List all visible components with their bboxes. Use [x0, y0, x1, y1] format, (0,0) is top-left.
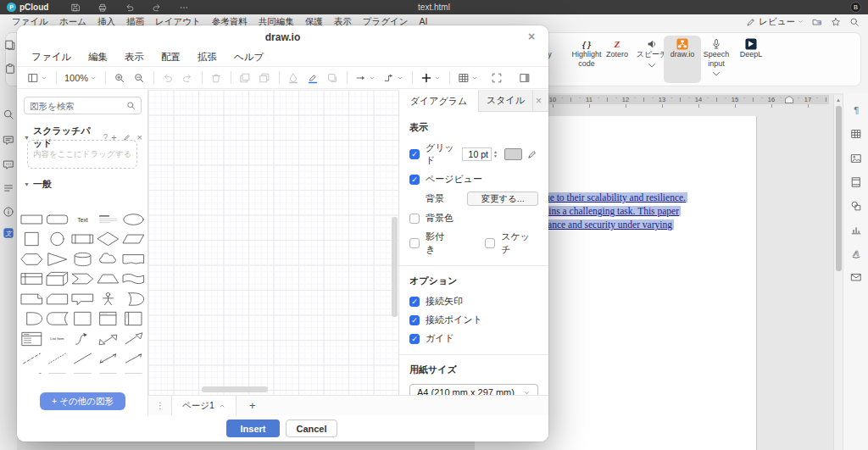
scratchpad-dropzone[interactable]: 内容をここにドラッグする — [27, 140, 137, 169]
shape-parallelogram[interactable] — [120, 230, 146, 250]
scrollbar-thumb[interactable] — [836, 106, 842, 271]
shape-callout[interactable] — [70, 289, 96, 309]
favorites-icon[interactable] — [831, 17, 841, 27]
plugin-drawio[interactable]: draw.io — [664, 36, 701, 83]
undo-button[interactable] — [162, 72, 174, 84]
grid-size-stepper[interactable]: ▲▼ — [493, 150, 498, 158]
chat-icon[interactable] — [3, 158, 14, 170]
insert-shape-button[interactable] — [420, 72, 441, 84]
delete-button[interactable] — [210, 72, 222, 84]
cancel-button[interactable]: Cancel — [286, 419, 337, 437]
shape-curve[interactable] — [70, 329, 96, 349]
zoom-in-button[interactable] — [114, 72, 125, 84]
shape-cube[interactable] — [45, 269, 70, 290]
shape-actor[interactable] — [95, 289, 120, 309]
format-panel-toggle[interactable] — [519, 72, 531, 84]
shape-diamond[interactable] — [95, 230, 120, 250]
shape-bidirectional-arrow[interactable] — [95, 329, 120, 349]
to-front-button[interactable] — [239, 72, 251, 84]
waypoints-button[interactable] — [383, 72, 403, 84]
shape-and[interactable] — [19, 309, 45, 330]
shape-step[interactable] — [70, 269, 96, 290]
grid-color-edit-icon[interactable] — [526, 148, 538, 160]
connection-button[interactable] — [355, 72, 376, 84]
document-scrollbar[interactable]: ▲ — [833, 95, 843, 450]
shadow-button[interactable] — [326, 72, 338, 84]
drawio-canvas[interactable] — [148, 90, 398, 395]
drawio-menu-item-0[interactable]: ファイル — [31, 51, 71, 64]
insert-button[interactable]: Insert — [226, 419, 280, 437]
search-icon[interactable] — [3, 108, 14, 120]
shape-textbox[interactable] — [95, 209, 120, 230]
shape-internal-storage[interactable] — [19, 269, 45, 290]
save-icon[interactable] — [70, 3, 81, 13]
shape-line[interactable] — [70, 349, 96, 369]
plugin-deepl[interactable]: DeepL — [732, 36, 770, 83]
shape-horizontal-container[interactable] — [120, 309, 146, 330]
table-icon[interactable] — [850, 128, 862, 140]
shape-arrow[interactable] — [120, 329, 146, 349]
change-background-button[interactable]: 変更する... — [467, 192, 538, 206]
shape-trapezoid[interactable] — [95, 269, 120, 290]
view-button[interactable] — [27, 72, 47, 84]
shape-container[interactable] — [70, 309, 96, 330]
add-page-button[interactable]: + — [245, 399, 260, 412]
comments-icon[interactable] — [3, 134, 14, 146]
shape-partial-shape-3[interactable] — [95, 369, 120, 374]
scroll-up-arrow[interactable]: ▲ — [835, 97, 842, 103]
drawio-menu-item-5[interactable]: ヘルプ — [234, 51, 264, 64]
general-section-header[interactable]: ▼ 一般 — [24, 178, 142, 191]
zoom-out-button[interactable] — [133, 72, 145, 84]
image-icon[interactable] — [850, 153, 862, 164]
option-checkbox-1[interactable]: ✓ — [409, 315, 420, 325]
shape-dotted-line[interactable] — [45, 349, 70, 369]
plugin-zotero[interactable]: ZZotero — [598, 36, 636, 83]
close-icon[interactable]: × — [526, 30, 537, 43]
fullscreen-button[interactable] — [491, 72, 503, 84]
search-icon[interactable] — [849, 17, 860, 27]
shape-cloud[interactable] — [95, 249, 120, 269]
chart-icon[interactable] — [850, 224, 862, 236]
shape-partial-shape-1[interactable] — [45, 369, 70, 374]
print-icon[interactable] — [97, 3, 108, 13]
plugin-speech-input[interactable]: Speechinput — [697, 36, 736, 83]
translator-icon[interactable]: 文 — [3, 227, 14, 239]
shape-list[interactable] — [19, 329, 45, 349]
option-checkbox-2[interactable]: ✓ — [409, 334, 420, 344]
close-icon[interactable]: × — [137, 132, 142, 142]
shape-note[interactable] — [19, 289, 45, 309]
shapes-icon[interactable] — [850, 200, 862, 212]
shape-directional-connector[interactable] — [120, 349, 146, 369]
grid-size-input[interactable]: 10 pt — [462, 147, 492, 161]
canvas-vertical-scrollbar[interactable] — [392, 217, 398, 317]
open-file-location-icon[interactable] — [812, 17, 822, 27]
shape-or[interactable] — [120, 289, 146, 309]
shape-cylinder[interactable] — [70, 249, 96, 269]
shape-tape[interactable] — [120, 269, 146, 290]
tab-style[interactable]: スタイル — [479, 90, 533, 111]
fill-color-button[interactable] — [287, 72, 299, 84]
redo-button[interactable] — [181, 72, 193, 84]
sketch-checkbox[interactable] — [485, 238, 495, 248]
shape-document[interactable] — [120, 249, 146, 269]
undo-icon[interactable] — [125, 3, 135, 13]
text-art-icon[interactable]: A — [850, 247, 862, 259]
info-icon[interactable] — [3, 206, 14, 218]
shadow-checkbox[interactable] — [409, 238, 420, 248]
navigation-icon[interactable] — [3, 182, 14, 194]
shape-rounded-rectangle[interactable] — [45, 209, 70, 230]
shape-data-storage[interactable] — [45, 309, 70, 330]
search-input[interactable] — [25, 101, 126, 111]
bg-color-checkbox[interactable] — [409, 214, 420, 224]
shape-vertical-container[interactable] — [95, 309, 120, 330]
shape-ellipse[interactable] — [120, 209, 146, 230]
grid-checkbox[interactable]: ✓ — [409, 149, 420, 159]
page-view-checkbox[interactable]: ✓ — [409, 175, 420, 185]
page-tab[interactable]: ページ1 — [171, 396, 236, 415]
paper-size-select[interactable]: A4 (210 mm x 297 mm) — [409, 384, 538, 395]
tab-diagram[interactable]: ダイアグラム — [399, 90, 479, 112]
review-mode-button[interactable]: レビュー — [746, 16, 804, 28]
shape-bidirectional-connector[interactable] — [95, 349, 120, 369]
drawio-menu-item-4[interactable]: 拡張 — [198, 51, 217, 64]
option-checkbox-0[interactable]: ✓ — [409, 297, 420, 307]
